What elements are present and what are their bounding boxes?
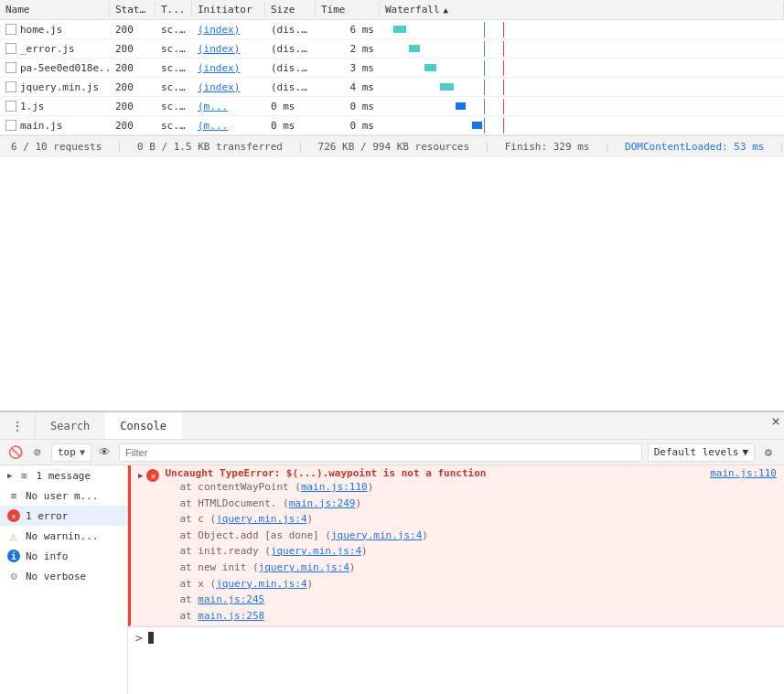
stack-link[interactable]: main.js:110 <box>301 481 368 493</box>
tab-search[interactable]: Search <box>36 412 105 439</box>
context-selector[interactable]: top ▼ <box>51 443 91 462</box>
message-icon: ≡ <box>7 489 20 502</box>
console-prompt-icon: > <box>135 631 143 645</box>
eye-icon[interactable]: 👁 <box>97 444 113 461</box>
waterfall-bar <box>472 122 482 129</box>
filter-input[interactable] <box>119 443 642 462</box>
col-header-status[interactable]: Status <box>110 2 156 17</box>
settings-icon[interactable]: ⚙ <box>760 444 777 461</box>
stack-frame: at main.js:258 <box>179 608 777 625</box>
cell-status: 200 <box>110 118 156 133</box>
stack-link[interactable]: jquery.min.js:4 <box>216 578 306 590</box>
table-row[interactable]: pa-5ee0ed018e... 200 sc... (index) (dis.… <box>0 59 784 78</box>
verbose-sidebar-icon: ⚙ <box>7 570 20 582</box>
file-icon <box>5 81 16 92</box>
table-row[interactable]: _error.js 200 sc... (index) (dis... 2 ms <box>0 39 784 59</box>
sidebar-item[interactable]: ⚙ No verbose <box>0 566 127 586</box>
sidebar-item-label: No info <box>26 550 68 562</box>
table-row[interactable]: home.js 200 sc... (index) (dis... 6 ms <box>0 20 784 39</box>
stack-link[interactable]: jquery.min.js:4 <box>259 561 349 573</box>
waterfall-bar <box>393 26 406 33</box>
sidebar-item[interactable]: i No info <box>0 546 127 566</box>
table-row[interactable]: 1.js 200 sc... (m... 0 ms 0 ms <box>0 97 784 116</box>
stack-link[interactable]: main.js:258 <box>198 610 264 622</box>
default-levels-selector[interactable]: Default levels ▼ <box>648 443 755 462</box>
expand-arrow-icon: ▶ <box>7 471 12 480</box>
initiator-link[interactable]: (index) <box>198 81 240 93</box>
cell-status: 200 <box>110 99 156 114</box>
cell-name: home.js <box>0 22 110 37</box>
waterfall-container <box>385 60 779 76</box>
waterfall-vline-blue <box>484 118 485 133</box>
waterfall-vline-blue <box>484 41 485 57</box>
col-header-size[interactable]: Size <box>265 2 316 17</box>
console-input-row[interactable]: > <box>128 626 784 648</box>
stack-link[interactable]: jquery.min.js:4 <box>216 513 306 525</box>
initiator-link[interactable]: (index) <box>198 43 240 55</box>
status-finish: Finish: 329 ms <box>505 141 590 153</box>
cell-name: main.js <box>0 118 110 133</box>
filter-icon[interactable]: ⊘ <box>29 444 46 461</box>
initiator-link[interactable]: (m... <box>198 120 228 132</box>
tab-bar: ⋮ Search Console × <box>0 412 784 440</box>
cell-name: 1.js <box>0 99 110 114</box>
close-button[interactable]: × <box>768 412 784 439</box>
col-header-time[interactable]: Time <box>316 2 380 17</box>
col-header-name[interactable]: Name <box>0 2 110 17</box>
table-row[interactable]: main.js 200 sc... (m... 0 ms 0 ms <box>0 116 784 135</box>
sidebar-item[interactable]: ✕ 1 error <box>0 506 127 526</box>
stack-link[interactable]: main.js:245 <box>198 593 264 605</box>
stack-frame: at contentWayPoint (main.js:110) <box>179 479 777 496</box>
table-row[interactable]: jquery.min.js 200 sc... (index) (dis... … <box>0 78 784 97</box>
cell-waterfall <box>380 97 784 116</box>
stack-frame: at new init (jquery.min.js:4) <box>179 560 777 576</box>
initiator-link[interactable]: (m... <box>198 101 228 112</box>
error-sidebar-icon: ✕ <box>7 509 20 522</box>
cell-initiator: (index) <box>192 60 265 76</box>
sidebar-item-label: No verbose <box>26 571 86 582</box>
error-main-link[interactable]: main.js:110 <box>710 467 777 479</box>
error-main-text[interactable]: Uncaught TypeError: $(...).waypoint is n… <box>165 467 486 479</box>
network-table-header: Name Status T... Initiator Size Time Wat… <box>0 0 784 20</box>
waterfall-bar <box>424 64 436 71</box>
cell-status: 200 <box>110 80 156 95</box>
tab-console[interactable]: Console <box>105 412 182 439</box>
stack-link[interactable]: main.js:249 <box>289 497 356 509</box>
col-header-initiator[interactable]: Initiator <box>192 2 265 17</box>
cell-waterfall <box>380 59 784 78</box>
message-icon: ≡ <box>17 469 30 482</box>
cell-name: _error.js <box>0 41 110 57</box>
file-icon <box>5 24 16 35</box>
cell-waterfall <box>380 39 784 59</box>
sidebar-item[interactable]: ≡ No user m... <box>0 486 127 506</box>
waterfall-vline-blue <box>484 99 485 114</box>
context-arrow-icon: ▼ <box>80 447 85 457</box>
console-sidebar: ▶ ≡ 1 message ≡ No user m... ✕ 1 error ⚠… <box>0 465 128 694</box>
col-header-type[interactable]: T... <box>156 2 192 17</box>
cell-initiator: (m... <box>192 118 265 133</box>
console-toolbar: 🚫 ⊘ top ▼ 👁 Default levels ▼ ⚙ <box>0 440 784 465</box>
sidebar-item[interactable]: ⚠ No warnin... <box>0 526 127 546</box>
cell-initiator: (index) <box>192 22 265 37</box>
status-resources: 726 KB / 994 KB resources <box>318 141 470 153</box>
initiator-link[interactable]: (index) <box>198 62 240 74</box>
cell-size: (dis... <box>265 22 316 37</box>
sidebar-item[interactable]: ▶ ≡ 1 message <box>0 465 127 486</box>
initiator-link[interactable]: (index) <box>198 24 240 36</box>
stack-link[interactable]: jquery.min.js:4 <box>271 545 361 557</box>
stack-trace: at contentWayPoint (main.js:110)at HTMLD… <box>165 479 777 624</box>
waterfall-vline-red <box>503 118 504 133</box>
tab-menu-icon[interactable]: ⋮ <box>7 417 27 435</box>
console-cursor <box>148 632 154 644</box>
waterfall-bar <box>456 102 466 110</box>
cell-type: sc... <box>156 41 192 57</box>
waterfall-container <box>385 22 779 37</box>
stack-frame: at HTMLDocument. (main.js:249) <box>179 496 777 512</box>
error-main-row: Uncaught TypeError: $(...).waypoint is n… <box>165 467 777 479</box>
context-label: top <box>58 446 76 458</box>
clear-console-icon[interactable]: 🚫 <box>7 444 24 461</box>
stack-frame: at init.ready (jquery.min.js:4) <box>179 543 777 560</box>
col-header-waterfall[interactable]: Waterfall <box>380 2 784 17</box>
stack-link[interactable]: jquery.min.js:4 <box>331 529 422 541</box>
expand-triangle-icon[interactable]: ▶ <box>138 471 143 480</box>
